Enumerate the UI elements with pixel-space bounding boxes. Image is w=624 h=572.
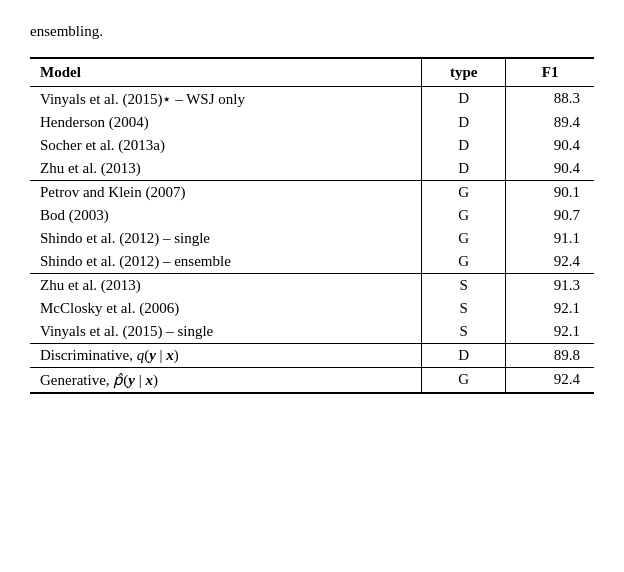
- type-cell: D: [422, 86, 506, 111]
- table-row: Petrov and Klein (2007)G90.1: [30, 180, 594, 204]
- f1-cell: 90.7: [506, 204, 594, 227]
- table-row: Bod (2003)G90.7: [30, 204, 594, 227]
- intro-text: ensembling.: [30, 20, 594, 43]
- f1-cell: 89.8: [506, 343, 594, 367]
- f1-cell: 89.4: [506, 111, 594, 134]
- model-cell: Shindo et al. (2012) – ensemble: [30, 250, 422, 274]
- table-row: Zhu et al. (2013)D90.4: [30, 157, 594, 181]
- f1-cell: 88.3: [506, 86, 594, 111]
- model-cell: Zhu et al. (2013): [30, 157, 422, 181]
- table-row: Vinyals et al. (2015)⋆ – WSJ onlyD88.3: [30, 86, 594, 111]
- model-cell: Shindo et al. (2012) – single: [30, 227, 422, 250]
- model-cell: Vinyals et al. (2015) – single: [30, 320, 422, 344]
- f1-cell: 90.1: [506, 180, 594, 204]
- model-cell: Bod (2003): [30, 204, 422, 227]
- table-row: Zhu et al. (2013)S91.3: [30, 273, 594, 297]
- type-cell: D: [422, 111, 506, 134]
- model-cell: Zhu et al. (2013): [30, 273, 422, 297]
- table-row: Socher et al. (2013a)D90.4: [30, 134, 594, 157]
- type-cell: G: [422, 227, 506, 250]
- f1-cell: 92.1: [506, 297, 594, 320]
- type-cell: D: [422, 134, 506, 157]
- type-cell: D: [422, 343, 506, 367]
- type-cell: S: [422, 320, 506, 344]
- footer-row: Discriminative, q(y | x)D89.8: [30, 343, 594, 367]
- model-cell: Henderson (2004): [30, 111, 422, 134]
- results-table: Model type F1 Vinyals et al. (2015)⋆ – W…: [30, 57, 594, 394]
- model-cell: Petrov and Klein (2007): [30, 180, 422, 204]
- model-cell: Generative, p̂(y | x): [30, 367, 422, 393]
- f1-cell: 91.3: [506, 273, 594, 297]
- model-cell: McClosky et al. (2006): [30, 297, 422, 320]
- f1-cell: 90.4: [506, 157, 594, 181]
- type-cell: S: [422, 273, 506, 297]
- type-cell: G: [422, 204, 506, 227]
- model-cell: Socher et al. (2013a): [30, 134, 422, 157]
- f1-cell: 91.1: [506, 227, 594, 250]
- table-row: Vinyals et al. (2015) – singleS92.1: [30, 320, 594, 344]
- table-header-row: Model type F1: [30, 58, 594, 87]
- model-cell: Discriminative, q(y | x): [30, 343, 422, 367]
- type-cell: S: [422, 297, 506, 320]
- f1-cell: 92.1: [506, 320, 594, 344]
- type-header: type: [422, 58, 506, 87]
- f1-cell: 92.4: [506, 367, 594, 393]
- type-cell: G: [422, 180, 506, 204]
- f1-cell: 92.4: [506, 250, 594, 274]
- model-header: Model: [30, 58, 422, 87]
- footer-row: Generative, p̂(y | x)G92.4: [30, 367, 594, 393]
- f1-cell: 90.4: [506, 134, 594, 157]
- type-cell: G: [422, 367, 506, 393]
- type-cell: D: [422, 157, 506, 181]
- table-row: Shindo et al. (2012) – ensembleG92.4: [30, 250, 594, 274]
- table-row: Henderson (2004)D89.4: [30, 111, 594, 134]
- model-cell: Vinyals et al. (2015)⋆ – WSJ only: [30, 86, 422, 111]
- type-cell: G: [422, 250, 506, 274]
- table-row: McClosky et al. (2006)S92.1: [30, 297, 594, 320]
- f1-header: F1: [506, 58, 594, 87]
- table-row: Shindo et al. (2012) – singleG91.1: [30, 227, 594, 250]
